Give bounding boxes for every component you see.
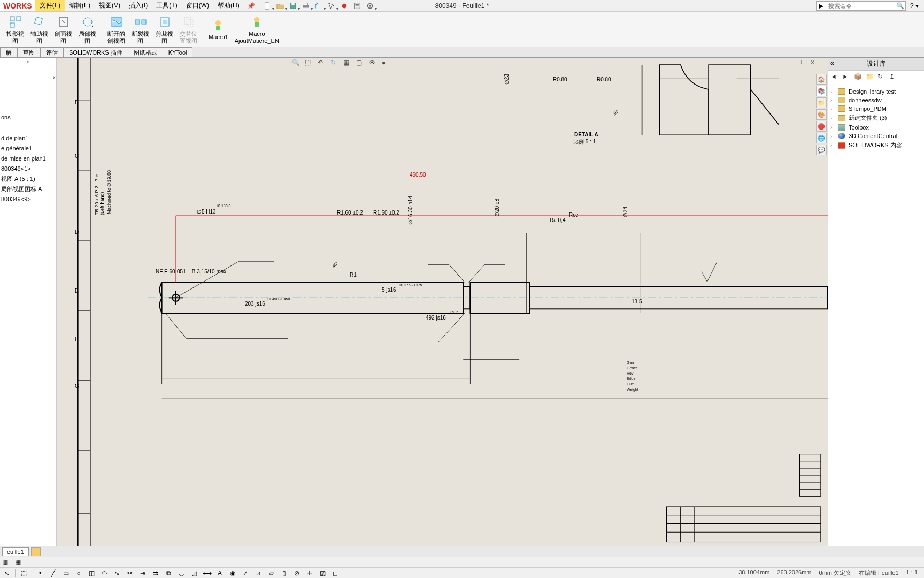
section-view-button[interactable]: 剖面视 图	[51, 13, 75, 45]
mdi-min-icon[interactable]: —	[790, 59, 796, 66]
mirror-icon[interactable]: ⧉	[164, 569, 173, 577]
detail-view-button[interactable]: 局部视 图	[75, 13, 99, 45]
tab-addins[interactable]: SOLIDWORKS 插件	[63, 47, 128, 57]
offset-icon[interactable]: ⇉	[151, 569, 160, 577]
macro-ajout-button[interactable]: Macro AjoutMatiere_EN	[232, 13, 282, 45]
menu-window[interactable]: 窗口(W)	[182, 0, 213, 11]
datum-icon[interactable]: ▯	[279, 569, 289, 577]
tab-annotation[interactable]: 解	[0, 47, 18, 57]
tree-item[interactable]: de mise en plan1	[1, 154, 55, 164]
custom-props-tab-icon[interactable]: 🌐	[816, 133, 827, 143]
file-props-button[interactable]	[351, 1, 363, 11]
forum-tab-icon[interactable]: 💬	[816, 144, 827, 155]
lib-item[interactable]: STempo_PDM	[830, 104, 922, 113]
add-folder-icon[interactable]: 📁	[866, 73, 875, 82]
apply-scene-icon[interactable]: ●	[382, 59, 391, 69]
lib-item[interactable]: donneessdw	[830, 96, 922, 104]
save-button[interactable]	[287, 1, 299, 11]
pin-icon[interactable]: 📌	[244, 2, 258, 10]
drawing-canvas[interactable]: 🔍 ⬚ ↶ ↻ ▦ ▢ 👁 ● 🏠 📚 📁 🎨 🔴 🌐 💬	[57, 58, 828, 546]
tree-item[interactable]: 800349<1>	[1, 164, 55, 174]
point-icon[interactable]: •	[35, 569, 45, 577]
weld-icon[interactable]: ⊿	[253, 569, 263, 577]
print-button[interactable]	[300, 1, 312, 11]
crop-view-button[interactable]: 剪裁视 图	[152, 13, 176, 45]
search-input[interactable]	[826, 3, 896, 9]
tab-sheetformat[interactable]: 图纸格式	[128, 47, 163, 57]
trim-icon[interactable]: ✂	[125, 569, 135, 577]
home-tab-icon[interactable]: 🏠	[816, 74, 827, 85]
menu-view[interactable]: 视图(V)	[95, 0, 125, 11]
prev-view-icon[interactable]: ↶	[318, 59, 327, 69]
fillet-icon[interactable]: ◡	[176, 569, 186, 577]
tab-kytool[interactable]: KYTool	[163, 47, 193, 57]
tree-item[interactable]: 视图 A (5 : 1)	[1, 174, 55, 184]
tree-item[interactable]: 800349<9>	[1, 194, 55, 204]
lib-item-swcontent[interactable]: SOLIDWORKS 内容	[830, 140, 922, 150]
add-sheet-button[interactable]	[31, 547, 41, 556]
extend-icon[interactable]: ⇥	[138, 569, 148, 577]
auxiliary-view-button[interactable]: 辅助视 图	[27, 13, 51, 45]
add-loc-icon[interactable]: 📦	[854, 73, 864, 82]
collapse-icon[interactable]: «	[830, 59, 834, 67]
fwd-icon[interactable]: ►	[842, 73, 852, 82]
select-tool-icon[interactable]: ⬚	[19, 569, 28, 577]
undo-button[interactable]	[313, 1, 325, 11]
center-icon[interactable]: ✛	[305, 569, 314, 577]
open-button[interactable]	[274, 1, 286, 11]
design-lib-tab-icon[interactable]: 📚	[816, 86, 827, 96]
block-icon[interactable]: ◻	[330, 569, 340, 577]
macro1-button[interactable]: Macro1	[205, 13, 232, 45]
arc-icon[interactable]: ◠	[99, 569, 109, 577]
mdi-close-icon[interactable]: ✕	[810, 59, 815, 66]
view-palette-tab-icon[interactable]: 🎨	[816, 109, 827, 120]
dim-icon[interactable]: ⟷	[202, 569, 212, 577]
cursor-icon[interactable]: ↖	[2, 569, 12, 577]
section-icon[interactable]: ▦	[343, 59, 353, 69]
display-style-icon[interactable]: ▢	[356, 59, 366, 69]
balloon-icon[interactable]: ◉	[228, 569, 237, 577]
lib-item[interactable]: 新建文件夹 (3)	[830, 113, 922, 123]
tree-item[interactable]: e générale1	[1, 143, 55, 154]
tree-item[interactable]: d de plan1	[1, 133, 55, 143]
broken-out-section-button[interactable]: 断开的 剖视图	[104, 13, 128, 45]
menu-tools[interactable]: 工具(T)	[152, 0, 181, 11]
help-button[interactable]: ? ▾	[908, 2, 921, 10]
menu-insert[interactable]: 插入(I)	[125, 0, 152, 11]
circle-icon[interactable]: ○	[74, 569, 83, 577]
search-command-box[interactable]: ▶ 🔍	[816, 1, 906, 11]
line-icon[interactable]: ╱	[48, 569, 58, 577]
new-doc-button[interactable]	[261, 1, 273, 11]
lib-item[interactable]: Design library test	[830, 87, 922, 96]
up-icon[interactable]: ↥	[889, 73, 899, 82]
note-icon[interactable]: A	[215, 569, 225, 577]
tree-item[interactable]: 局部视图图标 A	[1, 184, 55, 194]
cube-icon[interactable]: ◫	[87, 569, 96, 577]
tab-sketch[interactable]: 草图	[17, 47, 41, 57]
lib-item-toolbox[interactable]: Toolbox	[830, 123, 922, 132]
options-button[interactable]	[364, 1, 376, 11]
rebuild-button[interactable]	[338, 1, 350, 11]
chamfer-icon[interactable]: ◿	[189, 569, 199, 577]
redraw-icon[interactable]: ↻	[330, 59, 340, 69]
tree-item[interactable]: ons	[1, 112, 55, 123]
tree-prop-tab[interactable]: ◦	[0, 58, 56, 66]
lib-item-3dcc[interactable]: 3D ContentCentral	[830, 132, 922, 140]
menu-edit[interactable]: 编辑(E)	[65, 0, 95, 11]
alternate-position-button[interactable]: 交替位 置视图	[176, 13, 201, 45]
menu-help[interactable]: 帮助(H)	[213, 0, 244, 11]
search-icon[interactable]: 🔍	[896, 1, 905, 11]
break-view-button[interactable]: 断裂视 图	[128, 13, 152, 45]
spline-icon[interactable]: ∿	[112, 569, 122, 577]
tree-expand-icon[interactable]: ›	[52, 73, 55, 81]
zoom-area-icon[interactable]: ⬚	[305, 59, 314, 69]
hatch-icon[interactable]: ▨	[318, 569, 327, 577]
tab-evaluate[interactable]: 评估	[40, 47, 64, 57]
hide-show-icon[interactable]: 👁	[369, 59, 379, 69]
menu-file[interactable]: 文件(F)	[35, 0, 65, 11]
gtol-icon[interactable]: ▱	[266, 569, 276, 577]
mdi-max-icon[interactable]: ☐	[800, 59, 806, 66]
sheet-tab[interactable]: euille1	[2, 547, 29, 556]
drawing-tab-icon[interactable]: ▦	[15, 558, 25, 567]
file-explorer-tab-icon[interactable]: 📁	[816, 97, 827, 108]
